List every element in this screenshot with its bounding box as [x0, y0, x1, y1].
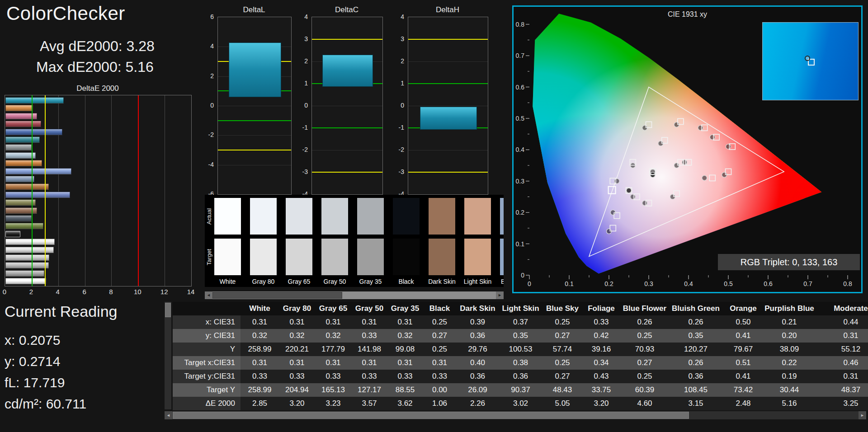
table-cell: 177.79	[315, 343, 351, 356]
table-cell: 0.26	[620, 315, 669, 329]
deltac-plot-y-tick-label: -3	[302, 168, 308, 175]
cie-y-tick-label: 0.6	[516, 84, 525, 91]
swatch-label: Blue Sky	[495, 278, 504, 285]
deltac-chart-title: DeltaC	[311, 5, 382, 14]
current-reading-fl: fL: 17.719	[5, 375, 65, 390]
cie-y-tick-label: 0.3	[516, 178, 525, 185]
table-cell: 0.00	[423, 383, 457, 397]
table-scroll-left-button[interactable]: ◄	[165, 411, 172, 419]
deltah-plot-y-tick-label: 3	[401, 35, 404, 42]
deltah-plot-y-tick-label: 1	[401, 80, 404, 87]
scroll-left-icon: ◄	[207, 293, 211, 297]
deltac-plot-reference-line	[312, 172, 382, 173]
deltal-plot-y-tick-label: -2	[208, 131, 214, 138]
deltae-gridline	[191, 95, 192, 286]
deltac-y-axis: 43210-1-2-3-4	[293, 17, 310, 197]
table-cell: 0.39	[457, 315, 499, 329]
deltac-plot-gridline	[312, 106, 382, 106]
table-col-header: Blue Sky	[542, 302, 582, 315]
cie-measured-purple	[642, 201, 647, 206]
table-cell: 48.43	[542, 383, 582, 397]
swatch-scrollbar[interactable]: ◄ ►	[205, 291, 504, 299]
table-vertical-scrollbar[interactable]	[165, 302, 171, 409]
table-cell: 0.27	[620, 356, 669, 370]
deltal-plot-range-bar	[229, 42, 281, 97]
deltae-bar	[5, 144, 32, 150]
avg-de2000-readout: Avg dE2000: 3.28	[40, 38, 155, 55]
table-cell: 73.42	[722, 383, 764, 397]
table-scroll-right-button[interactable]: ►	[859, 411, 866, 419]
table-cell: 0.31	[815, 329, 868, 343]
deltah-plot-y-tick-label: -3	[399, 168, 404, 175]
table-cell: 0.33	[315, 370, 351, 383]
swatch-actual-gray-65	[286, 198, 312, 235]
table-cell: 0.41	[722, 370, 764, 383]
table-cell: 79.67	[722, 343, 764, 356]
deltal-plot-gridline	[218, 165, 291, 165]
swatch-target-blue-sky	[500, 239, 504, 275]
deltal-y-axis: 6420-2-4-6	[199, 17, 216, 197]
swatch-scroll-left-button[interactable]: ◄	[205, 291, 212, 299]
deltal-plot-y-tick-label: 4	[210, 42, 214, 50]
swatch-target-gray-65	[286, 239, 312, 275]
swatch-label: Black	[387, 278, 425, 285]
swatch-actual-light-skin	[464, 198, 491, 235]
deltae-bar	[5, 152, 36, 159]
current-reading-cdm2: cd/m²: 60.711	[5, 396, 86, 412]
table-cell: 0.25	[620, 329, 669, 343]
table-cell: 26.09	[457, 383, 499, 397]
table-cell: 0.31	[279, 315, 315, 329]
table-horizontal-scrollbar-thumb[interactable]	[173, 412, 689, 419]
table-col-header: Moderate	[815, 302, 868, 315]
table-cell: 0.35	[499, 329, 542, 343]
table-vertical-scrollbar-thumb[interactable]	[165, 303, 171, 317]
table-cell: 5.16	[764, 397, 815, 410]
cie-y-tick-label: 0.2	[516, 209, 525, 216]
table-cell: 0.42	[582, 329, 620, 343]
swatch-label: Gray 35	[352, 278, 389, 285]
swatch-target-white	[214, 239, 241, 275]
table-cell: 2.85	[241, 397, 279, 410]
deltal-chart	[217, 17, 292, 195]
deltae-bar	[5, 136, 40, 143]
table-row-label: Target Y	[173, 383, 241, 397]
table-horizontal-scrollbar[interactable]: ◄ ►	[165, 411, 866, 419]
deltae2000-x-axis: 02468101214	[5, 288, 194, 296]
inset-measured-marker	[805, 56, 810, 61]
deltac-plot-y-tick-label: 4	[304, 13, 308, 20]
table-col-header: Gray 50	[351, 302, 387, 315]
table-cell: 0.31	[423, 356, 457, 370]
deltah-plot-y-tick-label: 4	[401, 13, 404, 20]
table-cell: 2.26	[457, 397, 499, 410]
table-cell: 0.33	[351, 370, 387, 383]
table-cell: 0.34	[582, 356, 620, 370]
table-row-label: Y	[173, 343, 241, 356]
swatch-actual-blue-sky	[500, 198, 504, 235]
table-cell: 48.37	[815, 383, 868, 397]
deltae-bar	[5, 129, 62, 135]
deltae-bar	[5, 247, 54, 253]
deltac-plot-y-tick-label: 0	[304, 102, 308, 109]
swatch-scroll-right-button[interactable]: ►	[496, 291, 504, 299]
max-de2000-readout: Max dE2000: 5.16	[36, 59, 154, 75]
table-cell: 0.36	[669, 370, 722, 383]
cie-measured-orange	[726, 144, 731, 149]
table-cell: 0.19	[764, 370, 815, 383]
deltae-gridline	[85, 95, 85, 286]
table-cell: 0.27	[542, 329, 582, 343]
rgb-triplet-label: RGB Triplet: 0, 133, 163	[718, 254, 860, 270]
table-cell: 60.39	[620, 383, 669, 397]
table-col-header: Dark Skin	[457, 302, 499, 315]
deltal-plot-reference-line	[218, 120, 291, 121]
deltah-plot-y-tick-label: 0	[401, 102, 404, 109]
swatch-scrollbar-thumb[interactable]	[212, 292, 342, 299]
table-cell: 0.32	[387, 329, 423, 343]
deltac-plot-y-tick-label: 3	[304, 35, 308, 42]
swatch-target-dark-skin	[429, 239, 455, 275]
table-cell: 29.76	[457, 343, 499, 356]
table-cell: 57.74	[542, 343, 582, 356]
deltae-x-tick-label: 12	[158, 288, 170, 296]
cie-measured-orange-yellow	[710, 135, 715, 140]
table-row-label: ΔE 2000	[173, 397, 241, 410]
cie-y-tick-label: 0	[521, 272, 524, 279]
